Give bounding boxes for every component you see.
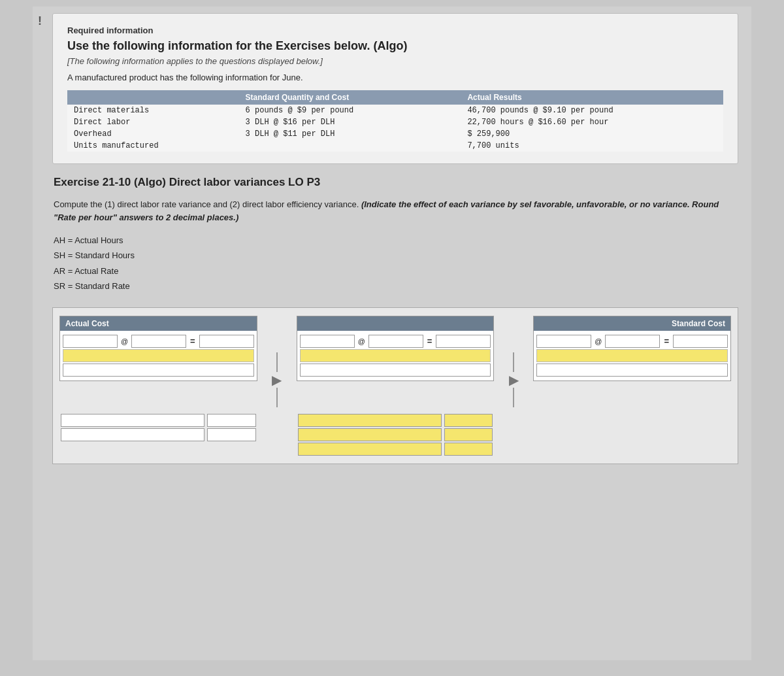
at-sign-std: @ [593,337,603,345]
middle-input-1b[interactable] [368,335,423,348]
connector-line-right2 [513,388,514,407]
middle-bottom-row3 [298,443,493,456]
input-row-3 [63,363,254,377]
left-connector: ▶ [257,316,297,407]
exercise-body-part1: Compute the (1) direct labor rate varian… [54,199,359,209]
left-variance-input-1[interactable] [61,414,204,427]
spacer-left [257,413,297,457]
middle-section: @ = [297,316,495,381]
left-variance-input-2[interactable] [207,414,256,427]
connector-line-left2 [276,388,278,407]
left-variance-input-3[interactable] [61,428,204,441]
actual-cost-section: Actual Cost @ = [59,316,257,381]
row-label-0: Direct materials [67,105,239,116]
std-row-3 [536,363,728,377]
col-std-header: Standard Quantity and Cost [239,90,461,105]
info-table: Standard Quantity and Cost Actual Result… [67,90,723,152]
col-label-header [67,90,239,105]
middle-input-2a[interactable] [300,349,491,362]
row-label-1: Direct labor [67,116,239,128]
middle-variance-input-5[interactable] [298,443,442,456]
middle-bottom [297,413,495,457]
left-bottom-row2 [61,428,256,441]
right-connector: ▶ [494,316,533,407]
connector-line-left [276,352,278,372]
definition-ar: AR = Actual Rate [54,263,737,279]
std-cost-input-1c[interactable] [673,335,728,348]
table-row: Overhead 3 DLH @ $11 per DLH $ 259,900 [67,128,723,140]
actual-cost-input-3a[interactable] [63,363,254,377]
middle-variance-input-6[interactable] [444,443,493,456]
std-cost-input-1a[interactable] [536,335,591,348]
arrow-right-left: ▶ [272,372,282,388]
definition-ah: AH = Actual Hours [54,233,737,248]
middle-bottom-row2 [298,428,493,441]
std-cost-input-1b[interactable] [605,335,660,348]
standard-cost-header: Standard Cost [534,316,730,331]
alert-icon: ! [38,14,42,28]
intro-text: A manufactured product has the following… [67,73,723,82]
actual-cost-input-1c[interactable] [199,335,254,348]
definition-sh: SH = Standard Hours [54,248,737,263]
row-actual-3: 7,700 units [461,140,723,152]
middle-row-3 [300,363,491,377]
left-bottom [59,413,257,457]
std-row-2 [536,349,728,362]
definitions: AH = Actual Hours SH = Standard Hours AR… [54,233,737,294]
connector-line-right [513,352,514,372]
exercise-body: Compute the (1) direct labor rate varian… [54,198,737,224]
middle-input-3a[interactable] [300,363,491,377]
row-actual-2: $ 259,900 [461,128,723,140]
required-info-title: Required information [67,25,723,35]
table-row: Units manufactured 7,700 units [67,140,723,152]
actual-cost-header: Actual Cost [60,316,257,331]
input-row-1: @ = [63,335,254,348]
std-row-1: @ = [536,335,728,348]
at-sign-mid: @ [357,337,367,345]
definition-sr: SR = Standard Rate [54,279,737,294]
bottom-variance-rows [59,413,731,457]
row-label-2: Overhead [67,128,239,140]
actual-cost-input-1b[interactable] [131,335,186,348]
row-std-3 [239,140,461,152]
actual-cost-input-1a[interactable] [63,335,118,348]
col-actual-header: Actual Results [461,90,723,105]
middle-variance-input-1[interactable] [298,414,442,427]
std-cost-input-2a[interactable] [536,349,728,362]
row-actual-1: 22,700 hours @ $16.60 per hour [461,116,723,128]
middle-variance-input-4[interactable] [444,428,493,441]
middle-variance-input-3[interactable] [298,428,442,441]
row-std-0: 6 pounds @ $9 per pound [239,105,461,116]
standard-cost-inputs: @ = [534,331,730,380]
right-bottom [533,413,731,457]
actual-cost-inputs: @ = [60,331,257,380]
table-row: Direct labor 3 DLH @ $16 per DLH 22,700 … [67,116,723,128]
variance-grid: Actual Cost @ = [59,316,731,407]
row-actual-0: 46,700 pounds @ $9.10 per pound [461,105,723,116]
at-sign-1: @ [120,337,129,345]
variance-table-wrapper: Actual Cost @ = [52,307,738,464]
subtitle: [The following information applies to th… [67,56,723,66]
table-row: Direct materials 6 pounds @ $9 per pound… [67,105,723,116]
equals-sign-mid: = [425,336,434,346]
middle-variance-input-2[interactable] [444,414,493,427]
spacer-right [494,413,533,457]
middle-inputs: @ = [297,331,494,380]
arrow-right-right: ▶ [509,372,519,388]
middle-bottom-row1 [298,414,493,427]
left-variance-input-4[interactable] [207,428,256,441]
row-label-3: Units manufactured [67,140,239,152]
middle-row-1: @ = [300,335,491,348]
equals-sign-1: = [188,336,197,346]
equals-sign-std: = [662,336,671,346]
exercise-section: Exercise 21-10 (Algo) Direct labor varia… [52,176,738,294]
std-cost-input-3a[interactable] [536,363,728,377]
actual-cost-input-2a[interactable] [63,349,254,362]
main-title: Use the following information for the Ex… [67,39,723,53]
middle-header [297,316,494,331]
required-info-card: Required information Use the following i… [52,13,738,164]
middle-input-1c[interactable] [436,335,491,348]
middle-input-1a[interactable] [300,335,355,348]
middle-row-2 [300,349,491,362]
input-row-2 [63,349,254,362]
